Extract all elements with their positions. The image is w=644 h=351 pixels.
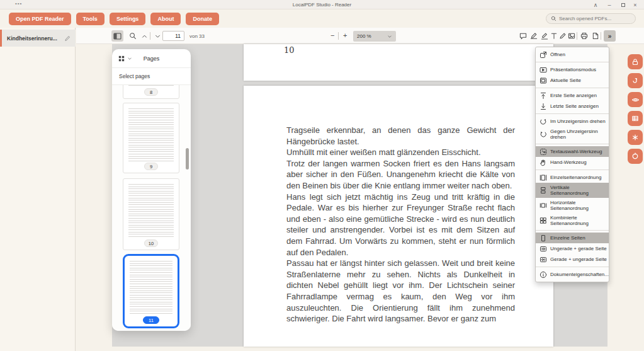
document-tab-kindheitserinnerungen[interactable]: Kindheitserinneru... — [0, 30, 76, 47]
horizontal-arrangement-icon — [539, 202, 547, 209]
page-10-number: 10 — [284, 45, 295, 55]
menu-item-open[interactable]: Öffnen — [536, 49, 609, 60]
menu-item-vertical-arrangement[interactable]: Vertikale Seitenanordnung — [536, 183, 609, 198]
ocr-tool-button[interactable] — [628, 130, 643, 145]
more-tools-menu: Öffnen Präsentationsmodus Aktuelle Seite… — [535, 47, 609, 282]
text-T-icon — [550, 32, 558, 40]
rotate-counterclockwise-icon — [539, 130, 547, 138]
rotate-right-tool-button[interactable] — [628, 149, 643, 164]
reader-toolbar: von 33 − + 200 % » — [76, 28, 644, 44]
menu-item-text-selection-tool[interactable]: Textauswahl-Werkzeug — [536, 146, 609, 157]
zoom-out-button[interactable]: − — [330, 32, 334, 39]
menu-item-current-page[interactable]: Aktuelle Seite — [536, 75, 609, 86]
save-page-button[interactable] — [590, 31, 601, 41]
eye-icon — [631, 96, 640, 103]
paragraph: Tragseile erkennbar, an denen das ganze … — [286, 125, 515, 147]
menu-item-rotate-counterclockwise[interactable]: Gegen Uhrzeigersinn drehen — [536, 127, 609, 142]
pdf-page-10: 10 — [244, 44, 553, 81]
global-search[interactable] — [546, 13, 636, 24]
current-page-icon — [539, 77, 547, 84]
search-input[interactable] — [559, 16, 628, 21]
menu-item-single-page-arrangement[interactable]: Einzelseitenanordnung — [536, 172, 609, 183]
window-hide-button[interactable]: ∧ — [590, 0, 601, 9]
window-title: LocalPDF Studio - Reader — [0, 2, 644, 8]
combined-arrangement-icon — [539, 217, 547, 224]
search-icon — [129, 32, 137, 40]
menu-item-label: Einzelne Seiten — [550, 235, 585, 241]
toolbar-divider — [150, 32, 150, 40]
zoom-level-select[interactable]: 200 % — [353, 31, 396, 42]
odd-even-pages-icon — [539, 245, 547, 253]
presentation-icon — [539, 66, 547, 74]
rotate-left-tool-button[interactable] — [628, 73, 643, 88]
highlighter-icon — [541, 32, 548, 40]
more-tools-button[interactable]: » — [604, 30, 616, 42]
print-button[interactable] — [579, 31, 589, 41]
previous-page-button[interactable] — [139, 31, 149, 41]
thumbnail-list[interactable]: 8 9 10 11 — [112, 85, 191, 331]
preview-tool-button[interactable] — [628, 92, 643, 107]
menu-item-horizontal-arrangement[interactable]: Horizontale Seitenanordnung — [536, 198, 609, 213]
menu-item-label: Gegen Uhrzeigersinn drehen — [550, 129, 605, 141]
arrow-to-top-icon — [539, 92, 547, 100]
highlight-tool-button[interactable] — [539, 31, 550, 41]
menu-item-even-odd-pages[interactable]: Gerade + ungerade Seite — [536, 254, 609, 265]
lock-tool-button[interactable] — [628, 54, 643, 69]
organize-pages-tool-button[interactable] — [628, 111, 643, 126]
zoom-in-button[interactable]: + — [343, 32, 347, 39]
next-page-button[interactable] — [152, 31, 162, 41]
window-titlebar: ••• LocalPDF Studio - Reader ∧ – × — [0, 0, 644, 9]
menu-item-hand-tool[interactable]: Hand-Werkzeug — [536, 157, 609, 168]
thumbnail-scrollbar[interactable] — [186, 148, 189, 170]
image-tool-button[interactable] — [567, 31, 577, 41]
paragraph: Trotz der langen warmen Socken friert es… — [286, 158, 515, 192]
thumbnail-content — [128, 184, 174, 238]
menu-item-last-page[interactable]: Letzte Seite anzeigen — [536, 101, 609, 112]
signature-icon — [530, 32, 538, 40]
window-close-button[interactable]: × — [630, 0, 641, 9]
single-page-arrangement-icon — [539, 174, 547, 181]
menu-item-label: Aktuelle Seite — [550, 78, 581, 84]
tools-button[interactable]: Tools — [76, 13, 105, 25]
window-minimize-button[interactable]: – — [604, 0, 615, 9]
menu-item-rotate-clockwise[interactable]: Im Uhrzeigersinn drehen — [536, 116, 609, 127]
menu-item-odd-even-pages[interactable]: Ungerade + gerade Seite — [536, 243, 609, 254]
comment-bubble-icon — [519, 32, 527, 40]
page-thumbnail-10[interactable]: 10 — [123, 178, 179, 250]
pdf-page-11: Tragseile erkennbar, an denen das ganze … — [244, 86, 553, 347]
menu-item-first-page[interactable]: Erste Seite anzeigen — [536, 90, 609, 101]
sidebar-toggle-button[interactable] — [111, 30, 123, 42]
zoom-level-value: 200 % — [357, 33, 371, 39]
info-icon — [539, 271, 547, 279]
app-toolbar: Open PDF Reader Tools Settings About Don… — [0, 9, 644, 28]
hand-icon — [539, 159, 547, 166]
vertical-arrangement-icon — [539, 187, 547, 194]
page-thumbnail-11-selected[interactable]: 11 — [123, 254, 179, 328]
menu-item-combined-arrangement[interactable]: Kombinierte Seitenanordnung — [536, 213, 609, 228]
rotate-right-icon — [631, 152, 639, 160]
menu-item-single-pages[interactable]: Einzelne Seiten — [536, 233, 609, 243]
about-button[interactable]: About — [150, 13, 181, 25]
menu-item-label: Gerade + ungerade Seite — [550, 256, 607, 263]
toolbar-divider — [577, 32, 577, 40]
menu-divider — [536, 170, 609, 170]
find-in-document-button[interactable] — [128, 31, 138, 41]
menu-item-label: Vertikale Seitenanordnung — [550, 185, 605, 197]
page-thumbnail-8[interactable]: 8 — [123, 85, 179, 99]
window-maximize-button[interactable] — [618, 0, 629, 9]
comment-tool-button[interactable] — [518, 31, 528, 41]
page-thumbnail-9[interactable]: 9 — [123, 103, 179, 173]
page-number-input[interactable] — [162, 31, 184, 41]
menu-item-presentation-mode[interactable]: Präsentationsmodus — [536, 64, 609, 75]
donate-button[interactable]: Donate — [186, 13, 219, 25]
menu-item-label: Im Uhrzeigersinn drehen — [550, 118, 606, 125]
menu-item-document-properties[interactable]: Dokumenteigenschaften... — [536, 269, 609, 280]
menu-divider — [536, 113, 609, 114]
open-pdf-reader-button[interactable]: Open PDF Reader — [9, 13, 71, 25]
settings-button[interactable]: Settings — [110, 13, 146, 25]
page-badge: 11 — [143, 316, 159, 324]
select-pages-button[interactable]: Select pages — [112, 68, 191, 85]
edit-pencil-icon[interactable] — [64, 35, 71, 42]
menu-item-label: Hand-Werkzeug — [550, 159, 587, 166]
signature-tool-button[interactable] — [529, 31, 539, 41]
